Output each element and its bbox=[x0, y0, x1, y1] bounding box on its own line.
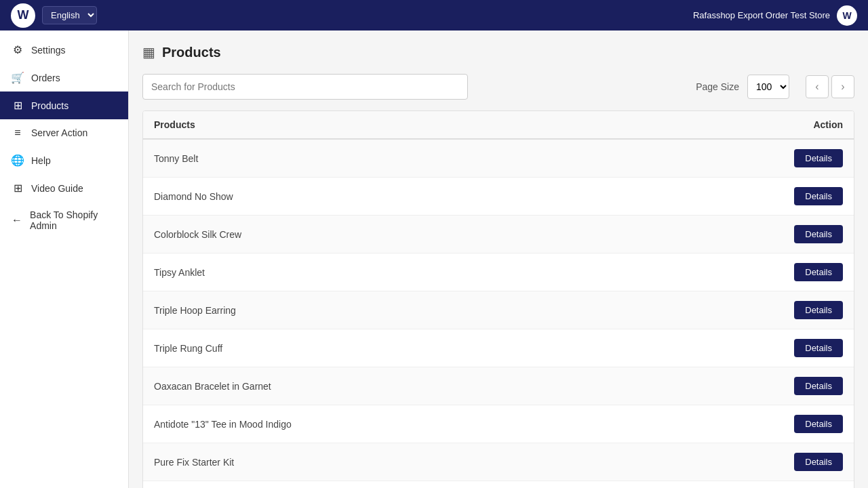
back-icon: ← bbox=[11, 214, 23, 226]
top-navigation: W English Rafasshop Export Order Test St… bbox=[0, 0, 868, 30]
product-name: Oaxacan Bracelet in Garnet bbox=[154, 381, 762, 392]
topnav-right: Rafasshop Export Order Test Store W bbox=[693, 5, 857, 26]
sidebar-item-orders[interactable]: 🛒 Orders bbox=[0, 64, 128, 92]
logo-text: W bbox=[18, 8, 29, 22]
product-name: Triple Hoop Earring bbox=[154, 305, 762, 316]
details-button[interactable]: Details bbox=[794, 263, 843, 281]
sidebar-item-settings[interactable]: ⚙ Settings bbox=[0, 36, 128, 64]
row-action: Details bbox=[762, 339, 843, 357]
products-table: Products Action Tonny Belt Details Diamo… bbox=[142, 110, 854, 488]
table-row: Pure Fix Starter Kit Details bbox=[143, 443, 854, 481]
store-logo-icon: W bbox=[837, 5, 857, 26]
row-action: Details bbox=[762, 149, 843, 167]
sidebar-label-orders: Orders bbox=[31, 73, 60, 83]
store-name: Rafasshop Export Order Test Store bbox=[693, 10, 830, 20]
sidebar-label-video-guide: Video Guide bbox=[31, 183, 83, 194]
product-name: Colorblock Silk Crew bbox=[154, 229, 762, 240]
video-guide-icon: ⊞ bbox=[11, 182, 24, 195]
table-row: Jon Lock Details bbox=[143, 481, 854, 488]
col-header-action: Action bbox=[762, 119, 843, 130]
toolbar: Page Size 100 ‹ › bbox=[142, 74, 854, 100]
table-row: Colorblock Silk Crew Details bbox=[143, 216, 854, 253]
product-name: Pure Fix Starter Kit bbox=[154, 457, 762, 468]
next-page-button[interactable]: › bbox=[831, 75, 854, 98]
page-title: Products bbox=[162, 45, 221, 60]
details-button[interactable]: Details bbox=[794, 377, 843, 395]
row-action: Details bbox=[762, 415, 843, 433]
table-row: Triple Rung Cuff Details bbox=[143, 329, 854, 367]
details-button[interactable]: Details bbox=[794, 453, 843, 471]
page-size-select[interactable]: 100 bbox=[747, 75, 789, 99]
products-icon: ⊞ bbox=[11, 99, 24, 112]
product-name: Tonny Belt bbox=[154, 153, 762, 164]
table-row: Antidote "13" Tee in Mood Indigo Details bbox=[143, 405, 854, 443]
sidebar-item-back-to-shopify[interactable]: ← Back To Shopify Admin bbox=[0, 202, 128, 239]
table-row: Diamond No Show Details bbox=[143, 178, 854, 216]
topnav-left: W English bbox=[11, 3, 97, 28]
table-header: Products Action bbox=[143, 111, 854, 140]
product-name: Antidote "13" Tee in Mood Indigo bbox=[154, 419, 762, 430]
details-button[interactable]: Details bbox=[794, 187, 843, 205]
row-action: Details bbox=[762, 263, 843, 281]
col-header-products: Products bbox=[154, 119, 762, 130]
table-row: Tonny Belt Details bbox=[143, 140, 854, 178]
details-button[interactable]: Details bbox=[794, 415, 843, 433]
row-action: Details bbox=[762, 225, 843, 243]
row-action: Details bbox=[762, 301, 843, 319]
search-input[interactable] bbox=[142, 74, 468, 100]
row-action: Details bbox=[762, 453, 843, 471]
table-row: Triple Hoop Earring Details bbox=[143, 291, 854, 329]
prev-page-button[interactable]: ‹ bbox=[806, 75, 829, 98]
details-button[interactable]: Details bbox=[794, 339, 843, 357]
table-row: Tipsy Anklet Details bbox=[143, 253, 854, 291]
sidebar-label-products: Products bbox=[31, 100, 68, 111]
product-name: Tipsy Anklet bbox=[154, 267, 762, 278]
product-name: Diamond No Show bbox=[154, 191, 762, 202]
row-action: Details bbox=[762, 377, 843, 395]
main-content: ▦ Products Page Size 100 ‹ › Products Ac… bbox=[129, 30, 868, 488]
sidebar-label-server-action: Server Action bbox=[31, 127, 87, 138]
page-header: ▦ Products bbox=[142, 44, 854, 60]
settings-icon: ⚙ bbox=[11, 43, 24, 56]
language-selector[interactable]: English bbox=[42, 6, 97, 24]
pagination: ‹ › bbox=[806, 75, 854, 98]
sidebar-item-products[interactable]: ⊞ Products bbox=[0, 92, 128, 119]
sidebar-label-settings: Settings bbox=[31, 45, 66, 56]
row-action: Details bbox=[762, 187, 843, 205]
orders-icon: 🛒 bbox=[11, 71, 24, 84]
page-size-label: Page Size bbox=[696, 81, 739, 92]
page-header-icon: ▦ bbox=[142, 44, 155, 60]
sidebar: ⚙ Settings 🛒 Orders ⊞ Products ≡ Server … bbox=[0, 30, 129, 488]
details-button[interactable]: Details bbox=[794, 301, 843, 319]
details-button[interactable]: Details bbox=[794, 149, 843, 167]
table-row: Oaxacan Bracelet in Garnet Details bbox=[143, 367, 854, 405]
sidebar-label-back: Back To Shopify Admin bbox=[30, 209, 117, 231]
details-button[interactable]: Details bbox=[794, 225, 843, 243]
product-name: Triple Rung Cuff bbox=[154, 343, 762, 354]
sidebar-item-video-guide[interactable]: ⊞ Video Guide bbox=[0, 174, 128, 202]
server-action-icon: ≡ bbox=[11, 127, 24, 139]
app-logo: W bbox=[11, 3, 35, 28]
sidebar-label-help: Help bbox=[31, 155, 51, 166]
sidebar-item-help[interactable]: 🌐 Help bbox=[0, 146, 128, 174]
table-body: Tonny Belt Details Diamond No Show Detai… bbox=[143, 140, 854, 488]
sidebar-item-server-action[interactable]: ≡ Server Action bbox=[0, 119, 128, 146]
help-icon: 🌐 bbox=[11, 154, 24, 167]
